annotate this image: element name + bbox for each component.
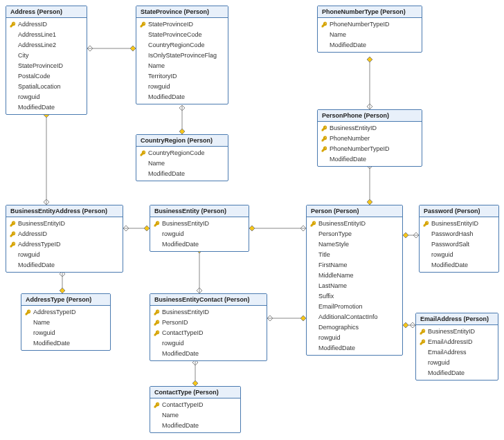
column-row[interactable]: City [6,51,87,61]
column-row[interactable]: Name [136,158,228,169]
column-row[interactable]: ModifiedDate [136,92,228,102]
column-row[interactable]: ModifiedDate [6,260,123,271]
column-row[interactable]: BusinessEntityID [416,327,498,337]
column-row[interactable]: BusinessEntityID [307,219,402,229]
column-name: ModifiedDate [162,421,199,430]
column-row[interactable]: rowguid [6,92,87,102]
column-row[interactable]: ModifiedDate [318,154,422,165]
column-row[interactable]: Name [136,61,228,71]
column-row[interactable]: EmailPromotion [307,302,402,312]
column-row[interactable]: CountryRegionCode [136,148,228,158]
column-row[interactable]: IsOnlyStateProvinceFlag [136,51,228,61]
column-row[interactable]: rowguid [150,229,249,239]
column-row[interactable]: PasswordHash [420,229,498,239]
entity-title[interactable]: CountryRegion (Person) [136,135,228,147]
column-row[interactable]: Name [318,30,422,40]
column-row[interactable]: PostalCode [6,71,87,82]
column-row[interactable]: ModifiedDate [318,40,422,51]
entity-title[interactable]: AddressType (Person) [21,294,110,306]
column-row[interactable]: PhoneNumberTypeID [318,19,422,30]
entity-title[interactable]: PhoneNumberType (Person) [318,6,422,18]
entity-title[interactable]: Person (Person) [307,205,402,217]
column-row[interactable]: BusinessEntityID [318,123,422,134]
column-row[interactable]: BusinessEntityID [150,219,249,229]
entity-person[interactable]: Person (Person)BusinessEntityIDPersonTyp… [306,205,403,356]
entity-title[interactable]: PersonPhone (Person) [318,110,422,122]
column-row[interactable]: BusinessEntityID [150,307,267,318]
entity-title[interactable]: Password (Person) [420,205,498,217]
column-row[interactable]: ModifiedDate [21,338,110,349]
column-row[interactable]: EmailAddressID [416,337,498,347]
column-name: AddressID [18,230,47,239]
column-row[interactable]: MiddleName [307,271,402,281]
column-row[interactable]: AdditionalContactInfo [307,312,402,322]
column-row[interactable]: StateProvinceCode [136,30,228,40]
column-row[interactable]: AddressLine1 [6,30,87,40]
column-row[interactable]: Name [150,410,240,421]
column-row[interactable]: AddressID [6,229,123,239]
entity-addresstype[interactable]: AddressType (Person)AddressTypeIDNamerow… [21,293,111,351]
column-row[interactable]: SpatialLocation [6,82,87,92]
entity-contacttype[interactable]: ContactType (Person)ContactTypeIDNameMod… [150,386,241,433]
column-row[interactable]: PhoneNumberTypeID [318,144,422,154]
column-row[interactable]: rowguid [307,333,402,343]
column-row[interactable]: LastName [307,281,402,291]
column-row[interactable]: rowguid [21,328,110,338]
column-row[interactable]: rowguid [420,250,498,260]
column-row[interactable]: BusinessEntityID [6,219,123,229]
column-row[interactable]: Name [21,318,110,328]
column-row[interactable]: ModifiedDate [150,421,240,431]
entity-title[interactable]: BusinessEntityAddress (Person) [6,205,123,217]
column-row[interactable]: Title [307,250,402,260]
column-row[interactable]: PersonID [150,318,267,328]
column-row[interactable]: ModifiedDate [150,349,267,359]
column-icon [309,314,316,321]
column-row[interactable]: ModifiedDate [307,343,402,354]
column-row[interactable]: ContactTypeID [150,328,267,338]
column-row[interactable]: ModifiedDate [150,239,249,250]
column-row[interactable]: rowguid [416,358,498,368]
entity-businessentityaddress[interactable]: BusinessEntityAddress (Person)BusinessEn… [6,205,123,273]
entity-personphone[interactable]: PersonPhone (Person)BusinessEntityIDPhon… [317,109,422,167]
entity-address[interactable]: Address (Person)AddressIDAddressLine1Add… [6,6,87,115]
column-row[interactable]: ContactTypeID [150,400,240,410]
entity-countryregion[interactable]: CountryRegion (Person)CountryRegionCodeN… [136,134,228,181]
column-row[interactable]: PhoneNumber [318,134,422,144]
entity-title[interactable]: ContactType (Person) [150,387,240,398]
column-row[interactable]: ModifiedDate [420,260,498,271]
column-row[interactable]: AddressTypeID [21,307,110,318]
column-row[interactable]: PersonType [307,229,402,239]
column-row[interactable]: ModifiedDate [136,169,228,179]
column-row[interactable]: EmailAddress [416,347,498,358]
column-row[interactable]: PasswordSalt [420,239,498,250]
column-row[interactable]: rowguid [150,338,267,349]
entity-title[interactable]: BusinessEntity (Person) [150,205,249,217]
entity-title[interactable]: BusinessEntityContact (Person) [150,294,267,306]
relation-personphone-phonenumbertype [367,57,372,109]
entity-businessentitycontact[interactable]: BusinessEntityContact (Person)BusinessEn… [150,293,267,361]
column-row[interactable]: rowguid [6,250,123,260]
column-row[interactable]: AddressLine2 [6,40,87,51]
column-row[interactable]: Suffix [307,291,402,302]
entity-phonenumbertype[interactable]: PhoneNumberType (Person)PhoneNumberTypeI… [317,6,422,53]
column-row[interactable]: ModifiedDate [416,368,498,378]
column-row[interactable]: Demographics [307,322,402,333]
column-row[interactable]: TerritoryID [136,71,228,82]
column-row[interactable]: rowguid [136,82,228,92]
column-row[interactable]: CountryRegionCode [136,40,228,51]
column-row[interactable]: BusinessEntityID [420,219,498,229]
entity-title[interactable]: EmailAddress (Person) [416,313,498,325]
column-row[interactable]: StateProvinceID [136,19,228,30]
column-row[interactable]: AddressID [6,19,87,30]
column-row[interactable]: AddressTypeID [6,239,123,250]
column-row[interactable]: StateProvinceID [6,61,87,71]
entity-businessentity[interactable]: BusinessEntity (Person)BusinessEntityIDr… [150,205,249,252]
entity-emailaddress[interactable]: EmailAddress (Person)BusinessEntityIDEma… [415,313,498,381]
entity-stateprovince[interactable]: StateProvince (Person)StateProvinceIDSta… [136,6,228,104]
entity-password[interactable]: Password (Person)BusinessEntityIDPasswor… [419,205,499,273]
column-row[interactable]: ModifiedDate [6,102,87,113]
entity-title[interactable]: Address (Person) [6,6,87,18]
column-row[interactable]: NameStyle [307,239,402,250]
column-row[interactable]: FirstName [307,260,402,271]
entity-title[interactable]: StateProvince (Person) [136,6,228,18]
